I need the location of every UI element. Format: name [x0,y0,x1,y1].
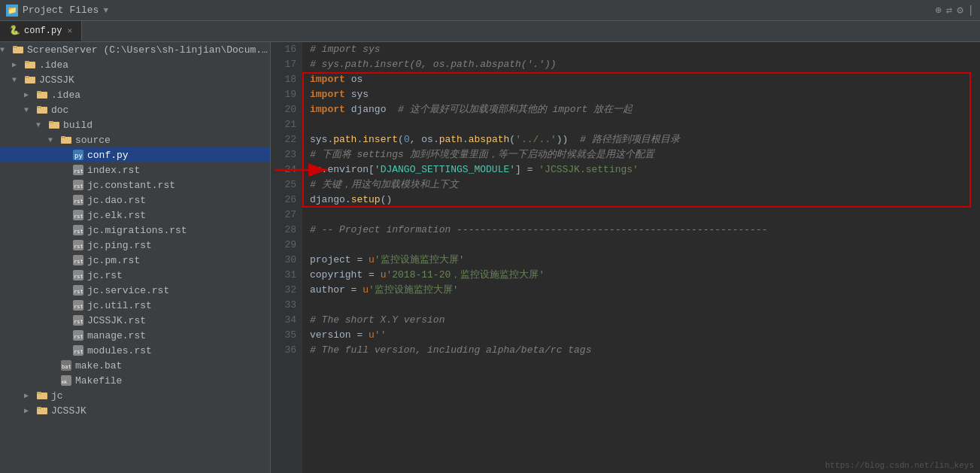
tree-item[interactable]: rstjc.ping.rst [0,238,270,253]
tree-item[interactable]: rstjc.dao.rst [0,193,270,208]
tree-item[interactable]: rstmodules.rst [0,343,270,358]
line-number: 29 [277,238,296,253]
settings-icon[interactable]: ⚙ [957,4,963,17]
tree-item-label: jc [51,390,63,402]
tree-file-icon: rst [72,194,84,206]
tree-item-label: Makefile [75,375,122,387]
tree-item[interactable]: rstjc.pm.rst [0,253,270,268]
tree-file-icon: rst [72,314,84,326]
code-line: # import sys [310,42,972,57]
tree-item[interactable]: rstjc.service.rst [0,283,270,298]
code-content: 1617181920212223242526272829303132333435… [271,42,980,473]
code-line: import sys [310,87,972,102]
tree-item[interactable]: rstjc.elk.rst [0,208,270,223]
sync-icon[interactable]: ⇄ [946,4,952,17]
tree-item[interactable]: rstmanage.rst [0,328,270,343]
tree-item[interactable]: rstjc.constant.rst [0,177,270,193]
tree-item[interactable]: batmake.bat [0,358,270,373]
tree-arrow-icon: ▶ [24,90,36,99]
code-line: author = u'监控设施监控大屏' [310,283,972,298]
code-line [310,208,972,223]
svg-text:rst: rst [74,319,83,325]
tree-file-icon: rst [72,299,84,311]
tree-arrow-icon: ▼ [0,46,12,54]
tree-item[interactable]: ▶.idea [0,87,270,102]
tree-item-label: JCSSJK [39,74,74,86]
tree-file-icon: rst [72,164,84,176]
code-line: copyright = u'2018-11-20，监控设施监控大屏' [310,268,972,283]
line-number: 17 [277,57,296,72]
line-number: 18 [277,72,296,87]
line-number: 24 [277,162,296,177]
line-number: 28 [277,223,296,238]
project-icon: 📁 [6,5,18,17]
tree-file-icon [24,59,36,71]
code-line: os.environ['DJANGO_SETTINGS_MODULE'] = '… [310,162,972,177]
svg-text:rst: rst [74,183,83,190]
svg-text:rst: rst [74,274,83,280]
tree-arrow-icon: ▼ [12,76,24,84]
line-number: 21 [277,117,296,132]
code-line [310,117,972,132]
line-number: 25 [277,177,296,193]
tree-item[interactable]: ▼JCSSJK [0,72,270,87]
svg-rect-1 [13,46,17,48]
tree-item[interactable]: rstjc.util.rst [0,298,270,313]
tree-arrow-icon: ▶ [24,391,36,400]
code-line: version = u'' [310,328,972,343]
tree-item-label: jc.elk.rst [87,210,146,221]
tree-file-icon: rst [72,344,84,356]
tree-item-label: index.rst [87,165,140,176]
tree-item[interactable]: ▼source [0,132,270,147]
tree-file-icon: rst [72,239,84,251]
code-lines: # import sys# sys.path.insert(0, os.path… [302,42,980,473]
tree-file-icon [36,405,48,417]
tree-file-icon: rst [72,209,84,221]
tree-file-icon [60,134,72,146]
dropdown-arrow[interactable]: ▼ [103,6,108,15]
svg-rect-13 [61,136,65,138]
tree-item[interactable]: ▼doc [0,102,270,117]
tree-item[interactable]: ▶jc [0,388,270,403]
tree-file-icon: rst [72,269,84,281]
add-icon[interactable]: ⊕ [935,4,941,17]
code-line: # The full version, including alpha/beta… [310,343,972,358]
tree-item[interactable]: ▶.idea [0,57,270,72]
line-number: 26 [277,193,296,208]
svg-text:rst: rst [74,289,83,295]
tree-item-label: ScreenServer (C:\Users\sh-linjian\Docum.… [27,44,270,56]
tree-item-label: doc [51,105,68,116]
line-number: 31 [277,268,296,283]
code-line: # sys.path.insert(0, os.path.abspath('.'… [310,57,972,72]
svg-text:rst: rst [74,229,83,235]
line-number: 20 [277,102,296,117]
code-line [310,298,972,313]
tree-item[interactable]: mkMakefile [0,373,270,388]
divider-icon: | [968,5,974,17]
tree-item[interactable]: rstJCSSJK.rst [0,313,270,328]
code-editor[interactable]: 1617181920212223242526272829303132333435… [271,42,980,473]
tree-item[interactable]: ▶JCSSJK [0,403,270,418]
svg-text:rst: rst [74,259,83,265]
project-title: Project Files [23,5,99,16]
tree-item[interactable]: rstjc.rst [0,268,270,283]
svg-rect-11 [49,121,53,123]
tab-conf-py[interactable]: 🐍 conf.py ✕ [0,21,82,41]
tree-item-label: build [63,120,93,131]
tree-file-icon [12,44,24,56]
tree-file-icon [36,89,48,101]
tree-item-label: source [75,135,111,146]
tree-item[interactable]: rstjc.migrations.rst [0,223,270,238]
tab-close-icon[interactable]: ✕ [67,26,72,35]
tree-item[interactable]: pyconf.py [0,147,270,162]
tree-item[interactable]: ▼build [0,117,270,132]
svg-rect-49 [37,407,41,409]
project-tree: ▼ScreenServer (C:\Users\sh-linjian\Docum… [0,42,271,473]
tree-arrow-icon: ▶ [24,406,36,415]
tree-item[interactable]: rstindex.rst [0,162,270,177]
tree-item[interactable]: ▼ScreenServer (C:\Users\sh-linjian\Docum… [0,42,270,57]
tree-item-label: jc.constant.rst [87,180,175,191]
line-number: 33 [277,298,296,313]
svg-text:rst: rst [74,244,83,250]
tree-item-label: manage.rst [87,330,146,341]
